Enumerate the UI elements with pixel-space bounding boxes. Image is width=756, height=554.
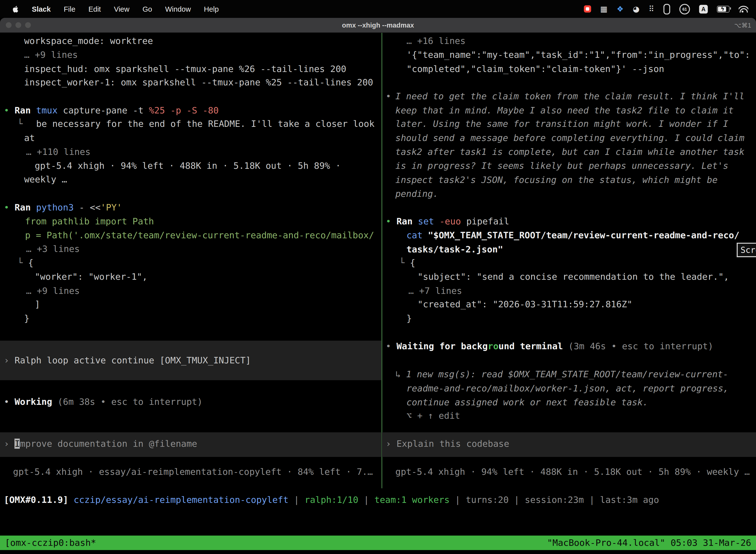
menu-edit[interactable]: Edit [88,5,101,13]
gauge-icon[interactable]: 61 [679,4,690,14]
omx-status-area: [OMX#0.11.9] cczip/essay/ai-reimplementa… [0,0,756,535]
circle-app-icon[interactable]: ◕ [633,4,639,13]
menu-go[interactable]: Go [142,5,152,13]
gauge-value: 61 [682,6,687,11]
capsule-app-icon[interactable] [664,4,670,14]
input-source-letter: A [701,5,706,12]
grid-app-icon[interactable]: ▦ [600,4,608,13]
input-source-icon[interactable]: A [699,4,708,13]
app-menu-slack[interactable]: Slack [32,5,51,13]
screen: Slack File Edit View Go Window Help ▦ ❖ … [0,0,756,554]
battery-icon[interactable]: ϟ [717,5,730,12]
apple-menu-icon[interactable] [12,4,19,13]
tmux-status-bar: [omx-cczip0:bash* "MacBook-Pro-44.local"… [0,536,756,550]
screen-share-tooltip: Scre [737,243,756,257]
wifi-icon[interactable] [739,5,748,12]
terminal-line: [OMX#0.11.9] cczip/essay/ai-reimplementa… [4,493,659,507]
tmux-host-clock: "MacBook-Pro-44.local" 05:03 31-Mar-26 [547,536,751,550]
menu-window[interactable]: Window [165,5,191,13]
screen-recording-stop-icon[interactable] [584,5,591,12]
window-title-bar[interactable]: omx --xhigh --madmax ⌥⌘1 [0,18,756,33]
window-shortcut-hint: ⌥⌘1 [734,21,751,29]
tmux-window-list[interactable]: [omx-cczip0:bash* [5,536,96,550]
menu-file[interactable]: File [64,5,75,13]
window-title: omx --xhigh --madmax [0,21,756,29]
menu-view[interactable]: View [114,5,129,13]
dots-grid-icon[interactable]: ⠿ [649,4,654,13]
blue-app-icon[interactable]: ❖ [617,4,624,13]
menu-bar: Slack File Edit View Go Window Help ▦ ❖ … [0,0,756,18]
menu-help[interactable]: Help [204,5,219,13]
